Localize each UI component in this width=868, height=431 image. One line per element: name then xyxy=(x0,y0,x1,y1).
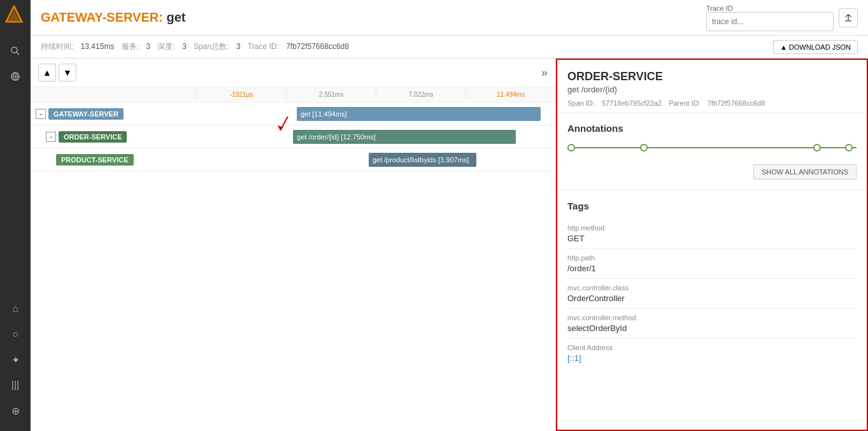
network-icon[interactable] xyxy=(5,66,25,87)
detail-header: ORDER-SERVICE get /order/{id} Span ID: 5… xyxy=(557,60,867,113)
time-marker-3: 11.494ms xyxy=(466,90,555,99)
globe-icon[interactable]: ⊕ xyxy=(5,400,25,421)
timeline-bars-col: -1921μs 2.551ms 7.022ms 11.494ms xyxy=(196,90,555,99)
trace-rows: - GATEWAY-SERVER get [11.494ms] - ORDER-… xyxy=(31,102,555,171)
parent-id-value: 7fb72f57668cc6d8 xyxy=(708,99,765,107)
tag-value-mvc-class: OrderController xyxy=(567,293,857,303)
svg-line-3 xyxy=(17,52,19,55)
order-span-bar[interactable]: get /order/{id} [12.750ms] xyxy=(293,130,516,144)
services-label: 服务: xyxy=(122,42,139,51)
trace-id-label: Trace ID xyxy=(706,4,733,12)
annotation-dot-1 xyxy=(640,144,648,152)
app-logo xyxy=(4,5,27,28)
annotations-title: Annotations xyxy=(567,123,857,134)
svg-rect-8 xyxy=(845,20,851,22)
trace-panel: ▲ ▼ » -1921μs 2.551ms 7.022ms 11.494ms xyxy=(31,59,556,431)
detail-service-name: ORDER-SERVICE xyxy=(567,70,857,83)
download-json-button[interactable]: ▲ DOWNLOAD JSON xyxy=(773,40,858,54)
tag-item-http-method: http.method GET xyxy=(567,219,857,249)
span-label: Span总数: xyxy=(194,42,229,51)
row-label-0: - GATEWAY-SERVER xyxy=(31,108,196,120)
time-marker-1: 2.551ms xyxy=(286,90,376,99)
svg-point-2 xyxy=(11,47,17,53)
github-icon[interactable]: ○ xyxy=(5,324,25,344)
time-marker-0: -1921μs xyxy=(196,90,286,99)
depth-value: 3 xyxy=(182,42,187,51)
header-right: Trace ID xyxy=(706,4,858,31)
annotation-dot-0 xyxy=(567,144,575,152)
table-row: - ORDER-SERVICE get /order/{i xyxy=(31,125,555,148)
subheader: 持续时间: 13.415ms 服务: 3 深度: 3 Span总数: 3 Tra… xyxy=(31,36,868,59)
bars-icon[interactable]: ||| xyxy=(5,375,25,395)
tag-value-http-method: GET xyxy=(567,234,857,243)
time-marker-2: 7.022ms xyxy=(376,90,466,99)
expand-icon-0[interactable]: - xyxy=(36,109,46,119)
tag-item-client-address: Client Address [::1] xyxy=(567,339,857,368)
page-header: GATEWAY-SERVER: get Trace ID xyxy=(31,0,868,36)
gateway-server-badge[interactable]: GATEWAY-SERVER xyxy=(48,108,124,120)
tag-value-client-address: [::1] xyxy=(567,353,857,363)
trace-id-input[interactable] xyxy=(706,12,834,31)
tag-item-mvc-class: mvc.controller.class OrderController xyxy=(567,279,857,309)
span-id-label: Span ID: xyxy=(567,99,595,107)
tag-key-mvc-class: mvc.controller.class xyxy=(567,284,857,292)
expand-icon-1[interactable]: - xyxy=(46,132,56,142)
tag-key-http-path: http.path xyxy=(567,254,857,262)
search-icon[interactable] xyxy=(5,41,25,61)
tag-value-http-path: /order/1 xyxy=(567,264,857,273)
timeline-header: -1921μs 2.551ms 7.022ms 11.494ms xyxy=(31,87,555,102)
product-span-bar[interactable]: get /product/listbyids [3.907ms] xyxy=(369,153,476,167)
duration-label: 持续时间: xyxy=(41,42,73,51)
tag-item-http-path: http.path /order/1 xyxy=(567,249,857,279)
sidebar: ⌂ ○ ✦ ||| ⊕ xyxy=(0,0,31,431)
trace-timeline: -1921μs 2.551ms 7.022ms 11.494ms - GATEW… xyxy=(31,87,555,431)
page-title: GATEWAY-SERVER: get xyxy=(41,10,185,25)
arrow-indicator xyxy=(275,117,301,138)
tags-section: Tags http.method GET http.path /order/1 … xyxy=(557,190,867,378)
trace-id-wrapper: Trace ID xyxy=(706,4,834,31)
timeline-labels-col xyxy=(31,90,196,99)
method-name: get xyxy=(163,10,186,24)
collapse-down-button[interactable]: ▼ xyxy=(59,64,76,81)
row-bar-2: get /product/listbyids [3.907ms] xyxy=(196,148,555,171)
collapse-up-button[interactable]: ▲ xyxy=(38,64,56,81)
trace-label: Trace ID: xyxy=(248,42,279,51)
tag-key-client-address: Client Address xyxy=(567,344,857,351)
duration-value: 13.415ms xyxy=(81,42,115,51)
tag-key-http-method: http.method xyxy=(567,224,857,232)
table-row: PRODUCT-SERVICE get /product/listbyids [… xyxy=(31,148,555,171)
main-content: GATEWAY-SERVER: get Trace ID 持续时间: 13.41… xyxy=(31,0,868,431)
tag-key-mvc-method: mvc.controller.method xyxy=(567,314,857,321)
detail-panel: ORDER-SERVICE get /order/{id} Span ID: 5… xyxy=(556,59,868,431)
sidebar-bottom: ⌂ ○ ✦ ||| ⊕ xyxy=(5,296,25,431)
annotations-section: Annotations SHOW ALL ANNOTATIONS xyxy=(557,113,867,190)
row-label-2: PRODUCT-SERVICE xyxy=(31,154,196,166)
service-name: GATEWAY-SERVER: xyxy=(41,10,163,24)
product-service-badge[interactable]: PRODUCT-SERVICE xyxy=(56,154,134,166)
trace-toolbar: ▲ ▼ » xyxy=(31,59,555,87)
twitter-icon[interactable]: ✦ xyxy=(5,350,25,370)
trace-value: 7fb72f57668cc6d8 xyxy=(286,42,349,51)
show-all-annotations-button[interactable]: SHOW ALL ANNOTATIONS xyxy=(753,164,857,180)
services-value: 3 xyxy=(146,42,150,51)
annotation-dot-3 xyxy=(845,144,853,152)
span-id-value: 57718eb795cf22a2 xyxy=(602,99,662,107)
row-bar-1: get /order/{id} [12.750ms] xyxy=(196,125,555,148)
gateway-span-bar[interactable]: get [11.494ms] xyxy=(297,107,541,121)
tag-value-mvc-method: selectOrderById xyxy=(567,323,857,333)
upload-button[interactable] xyxy=(839,8,858,27)
content-area: ▲ ▼ » -1921μs 2.551ms 7.022ms 11.494ms xyxy=(31,59,868,431)
detail-operation: get /order/{id} xyxy=(567,85,857,94)
span-value: 3 xyxy=(236,42,241,51)
depth-label: 深度: xyxy=(157,42,174,51)
order-service-badge[interactable]: ORDER-SERVICE xyxy=(59,131,127,143)
detail-span-info: Span ID: 57718eb795cf22a2 Parent ID: 7fb… xyxy=(567,99,857,107)
annotation-dot-2 xyxy=(813,144,821,152)
expand-panel-button[interactable]: » xyxy=(541,66,548,80)
parent-id-label: Parent ID: xyxy=(669,99,701,107)
annotation-timeline xyxy=(567,141,857,154)
row-bar-0: get [11.494ms] xyxy=(196,102,555,125)
home-icon[interactable]: ⌂ xyxy=(5,299,25,319)
tags-title: Tags xyxy=(567,201,857,211)
tag-item-mvc-method: mvc.controller.method selectOrderById xyxy=(567,309,857,339)
